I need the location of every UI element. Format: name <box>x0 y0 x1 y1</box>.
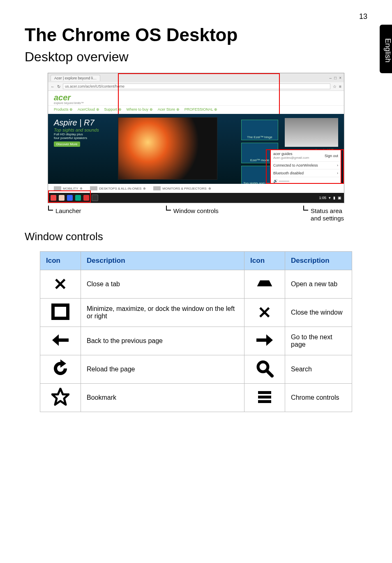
page-title: The Chrome OS Desktop <box>25 25 367 45</box>
desc-reload: Reload the page <box>81 355 244 384</box>
anno-status-1: Status area <box>311 207 342 214</box>
window-close-icon[interactable]: × <box>339 76 341 80</box>
carousel-desktops[interactable]: DESKTOPS & ALL-IN-ONES <box>99 187 141 190</box>
desc-close-tab: Close a tab <box>81 270 244 299</box>
hero-line2: four powerful speakers <box>54 136 99 140</box>
bluetooth-status[interactable]: Bluetooth disabled <box>273 171 304 175</box>
close-tab-icon: ✕ <box>53 276 67 292</box>
carousel-mobility[interactable]: MOBILITY <box>63 187 78 190</box>
anno-status-2: and settings <box>311 215 344 222</box>
anno-window-controls: Window controls <box>173 207 219 215</box>
hero-product: Aspire | R7 <box>54 118 99 127</box>
svg-rect-3 <box>258 391 271 394</box>
desc-chrome-controls: Chrome controls <box>285 384 352 412</box>
browser-tabstrip: Acer | explore beyond li… – □ × <box>48 73 344 82</box>
window-min-icon[interactable]: – <box>330 76 332 80</box>
search-icon <box>256 359 274 378</box>
desc-forward: Go to the next page <box>285 327 352 355</box>
signout-link[interactable]: Sign out <box>325 154 338 158</box>
table-row: Back to the previous page Go to the next… <box>40 327 352 355</box>
new-tab-icon <box>256 274 274 292</box>
th-desc-left: Description <box>81 252 244 270</box>
th-icon-right: Icon <box>244 252 285 270</box>
annotation-row: Launcher Window controls Status areaand … <box>48 207 344 222</box>
section-overview: Desktop overview <box>25 49 367 65</box>
carousel-monitors[interactable]: MONITORS & PROJECTORS <box>162 187 206 190</box>
anno-launcher: Launcher <box>55 207 81 215</box>
shelf-time[interactable]: 1:05 <box>319 196 326 200</box>
forward-arrow-icon <box>256 331 274 349</box>
shelf-app-search[interactable] <box>67 195 73 201</box>
desc-close-window: Close the window <box>285 299 352 327</box>
discover-more-button[interactable]: Discover More <box>54 141 80 147</box>
nav-professional[interactable]: PROFESSIONAL ⊕ <box>184 107 217 111</box>
svg-rect-5 <box>258 400 271 403</box>
window-controls-table: Icon Description Icon Description ✕ Clos… <box>40 251 352 412</box>
window-state-icon <box>51 303 69 321</box>
acer-tagline: explore beyond limits™ <box>54 102 338 104</box>
desc-new-tab: Open a new tab <box>285 270 352 299</box>
chevron-icon: › <box>337 163 338 167</box>
bookmark-star-icon <box>51 388 69 406</box>
page-number: 13 <box>359 12 367 21</box>
chevron-icon: › <box>337 171 338 175</box>
nav-products[interactable]: Products ⊕ <box>54 107 73 111</box>
shelf-app-chrome[interactable] <box>51 195 56 201</box>
table-row: Bookmark Chrome controls <box>40 384 352 412</box>
desc-bookmark: Bookmark <box>81 384 244 412</box>
desc-window-state: Minimize, maximize, or dock the window o… <box>81 299 244 327</box>
volume-icon[interactable]: 🔊 ──── <box>273 179 289 183</box>
status-email: Acer-guides@gmail.com <box>273 156 309 160</box>
product-carousel: MOBILITY ⊕ DESKTOPS & ALL-IN-ONES ⊕ MONI… <box>48 184 344 193</box>
hero-product-image <box>285 118 338 147</box>
desc-search: Search <box>285 355 352 384</box>
shelf-app-launcher[interactable] <box>92 195 98 201</box>
hero-thumb-ezel-hinge[interactable]: The Ezel™ hinge <box>241 120 278 140</box>
chrome-shelf: 1:05 ▾ ▮ ▣ <box>48 193 344 203</box>
url-field[interactable]: us.acer.com/ac/en/US/content/home <box>63 83 330 89</box>
svg-rect-0 <box>53 305 68 318</box>
language-tab: English <box>380 25 392 73</box>
browser-tab[interactable]: Acer | explore beyond li… <box>51 75 100 81</box>
hero-image <box>118 117 217 180</box>
hero-line1: Full HD display plus <box>54 132 99 136</box>
acer-logo: acer <box>54 93 338 102</box>
site-header: acer explore beyond limits™ <box>48 91 344 106</box>
status-popup[interactable]: acer guides Acer-guides@gmail.com Sign o… <box>270 149 341 184</box>
close-window-icon: ✕ <box>258 304 272 321</box>
site-nav: Products ⊕ AcerCloud ⊕ Support ⊕ Where t… <box>48 106 344 114</box>
nav-acercloud[interactable]: AcerCloud ⊕ <box>78 107 99 111</box>
star-icon[interactable]: ☆ <box>333 84 337 89</box>
reload-icon[interactable]: ↻ <box>57 84 60 89</box>
svg-line-2 <box>267 371 272 376</box>
shelf-avatar-icon[interactable]: ▣ <box>338 196 341 200</box>
nav-support[interactable]: Support ⊕ <box>104 107 122 111</box>
chrome-menu-icon <box>256 388 274 406</box>
status-user: acer guides <box>273 152 309 156</box>
table-row: Minimize, maximize, or dock the window o… <box>40 299 352 327</box>
table-row: Reload the page Search <box>40 355 352 384</box>
th-desc-right: Description <box>285 252 352 270</box>
wifi-status[interactable]: Connected to AcerWireless <box>273 163 318 167</box>
shelf-app-gmail[interactable] <box>59 195 65 201</box>
reload-page-icon <box>51 359 69 378</box>
shelf-wifi-icon[interactable]: ▾ <box>329 196 331 200</box>
back-arrow-icon <box>51 331 69 349</box>
back-icon[interactable]: ← <box>51 84 55 89</box>
section-window-controls: Window controls <box>25 230 367 243</box>
menu-icon[interactable]: ≡ <box>339 84 341 89</box>
window-max-icon[interactable]: □ <box>334 76 337 80</box>
svg-rect-4 <box>258 396 271 399</box>
nav-acer-store[interactable]: Acer Store ⊕ <box>158 107 180 111</box>
nav-where-to-buy[interactable]: Where to buy ⊕ <box>127 107 153 111</box>
hero-banner: Aspire | R7 Top sights and sounds Full H… <box>48 114 344 184</box>
desc-back: Back to the previous page <box>81 327 244 355</box>
shelf-app-docs[interactable] <box>75 195 81 201</box>
shelf-app-youtube[interactable] <box>83 195 89 201</box>
address-bar: ← ↻ us.acer.com/ac/en/US/content/home ☆ … <box>48 82 344 91</box>
shelf-battery-icon[interactable]: ▮ <box>333 196 335 200</box>
th-icon-left: Icon <box>40 252 81 270</box>
desktop-screenshot: Acer | explore beyond li… – □ × ← ↻ us.a… <box>48 73 344 203</box>
table-row: ✕ Close a tab Open a new tab <box>40 270 352 299</box>
hero-subtitle: Top sights and sounds <box>54 127 99 132</box>
